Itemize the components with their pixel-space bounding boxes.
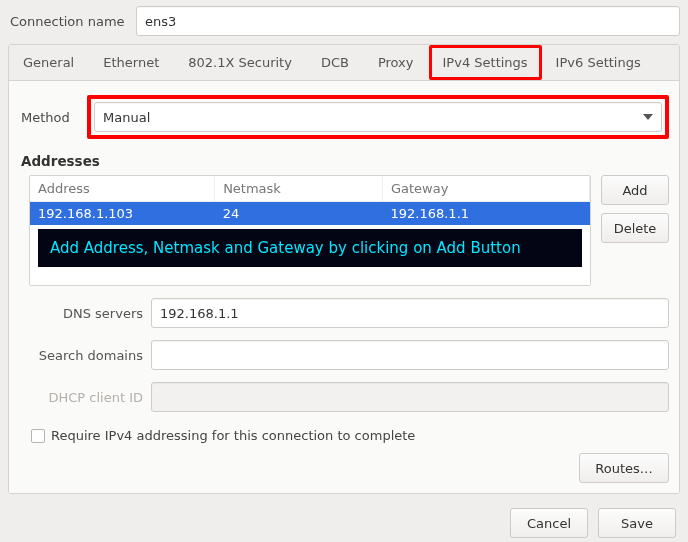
require-ipv4-row[interactable]: Require IPv4 addressing for this connect… (31, 428, 669, 443)
connection-name-label: Connection name (8, 14, 136, 29)
cancel-button[interactable]: Cancel (510, 508, 588, 538)
table-row-empty (30, 271, 590, 285)
col-gateway[interactable]: Gateway (382, 176, 589, 202)
tab-bar: General Ethernet 802.1X Security DCB Pro… (9, 45, 679, 81)
method-label: Method (19, 110, 77, 125)
network-connection-editor: Connection name General Ethernet 802.1X … (0, 0, 688, 542)
addresses-title: Addresses (21, 153, 669, 169)
instruction-overlay: Add Address, Netmask and Gateway by clic… (38, 229, 582, 267)
tab-ethernet[interactable]: Ethernet (89, 45, 174, 80)
routes-button[interactable]: Routes… (579, 453, 669, 483)
ipv4-settings-page: Method Manual Addresses Address (9, 81, 679, 493)
method-dropdown[interactable]: Manual (94, 102, 662, 132)
addresses-table-wrap: Address Netmask Gateway 192.168.1.103 24… (29, 175, 591, 286)
search-domains-label: Search domains (19, 348, 151, 363)
cell-gateway[interactable]: 192.168.1.1 (382, 202, 589, 226)
method-highlight: Manual (87, 95, 669, 139)
dialog-footer: Cancel Save (8, 508, 680, 538)
require-ipv4-checkbox[interactable] (31, 429, 45, 443)
dhcp-client-id-label: DHCP client ID (19, 390, 151, 405)
dns-servers-input[interactable] (151, 298, 669, 328)
col-netmask[interactable]: Netmask (215, 176, 383, 202)
table-row-empty: Add Address, Netmask and Gateway by clic… (30, 225, 590, 271)
col-address[interactable]: Address (30, 176, 215, 202)
connection-name-row: Connection name (8, 6, 680, 36)
tab-proxy[interactable]: Proxy (364, 45, 429, 80)
tab-dcb[interactable]: DCB (307, 45, 364, 80)
tab-8021x-security[interactable]: 802.1X Security (174, 45, 307, 80)
dns-servers-label: DNS servers (19, 306, 151, 321)
save-button[interactable]: Save (598, 508, 676, 538)
method-value: Manual (103, 110, 150, 125)
require-ipv4-label: Require IPv4 addressing for this connect… (51, 428, 415, 443)
dhcp-client-id-row: DHCP client ID (19, 382, 669, 412)
settings-notebook: General Ethernet 802.1X Security DCB Pro… (8, 44, 680, 494)
addresses-table: Address Netmask Gateway 192.168.1.103 24… (30, 176, 590, 285)
dns-servers-row: DNS servers (19, 298, 669, 328)
table-row[interactable]: 192.168.1.103 24 192.168.1.1 (30, 202, 590, 226)
dhcp-client-id-input (151, 382, 669, 412)
addresses-buttons: Add Delete (601, 175, 669, 286)
routes-row: Routes… (19, 453, 669, 483)
add-button[interactable]: Add (601, 175, 669, 205)
addresses-block: Address Netmask Gateway 192.168.1.103 24… (19, 175, 669, 286)
delete-button[interactable]: Delete (601, 213, 669, 243)
chevron-down-icon (643, 114, 653, 120)
table-header-row: Address Netmask Gateway (30, 176, 590, 202)
search-domains-input[interactable] (151, 340, 669, 370)
tab-general[interactable]: General (9, 45, 89, 80)
cell-address[interactable]: 192.168.1.103 (30, 202, 215, 226)
cell-netmask[interactable]: 24 (215, 202, 383, 226)
method-row: Method Manual (19, 95, 669, 139)
search-domains-row: Search domains (19, 340, 669, 370)
connection-name-input[interactable] (136, 6, 680, 36)
tab-ipv4-settings[interactable]: IPv4 Settings (429, 45, 542, 80)
tab-ipv6-settings[interactable]: IPv6 Settings (542, 45, 656, 80)
